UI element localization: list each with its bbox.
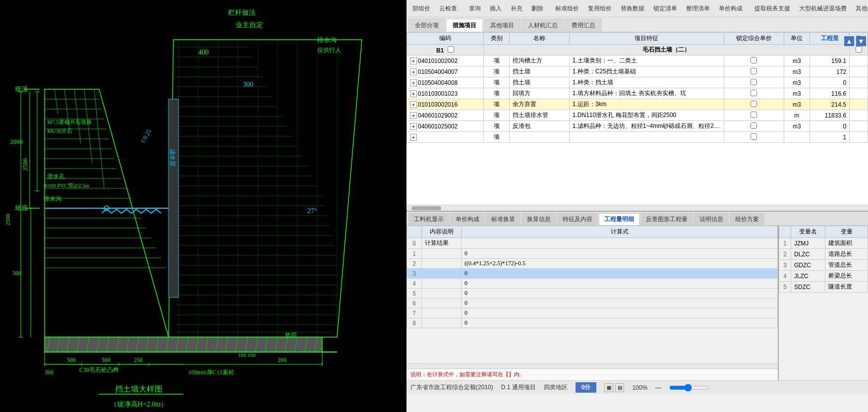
toolbar-btn-cloud-check[interactable]: 云检查	[435, 3, 461, 14]
expand-btn[interactable]: +	[410, 112, 417, 119]
nav-up-btn[interactable]: ▲	[844, 36, 854, 46]
formula-input[interactable]	[464, 250, 774, 257]
expand-btn[interactable]: +	[410, 58, 417, 64]
formula-input[interactable]	[464, 299, 774, 307]
formula-row-formula[interactable]	[462, 249, 778, 259]
toolbar-btn-large-machine[interactable]: 大型机械进退场费	[795, 3, 851, 14]
toolbar-btn-reuse-price[interactable]: 复用组价	[584, 3, 616, 14]
formula-row[interactable]: 4	[407, 279, 778, 289]
formula-input[interactable]	[464, 280, 774, 287]
data-table-wrap[interactable]: 编码 类别 名称 项目特征 锁定综合单价 单位 工程里 单 B1	[406, 32, 868, 205]
toolbar-btn-delete[interactable]: 删除	[527, 3, 547, 14]
expand-btn[interactable]: +	[410, 101, 417, 108]
row-locked[interactable]	[724, 121, 784, 132]
row-lock-checkbox[interactable]	[751, 90, 757, 96]
btab-calc-info[interactable]: 换算信息	[521, 213, 556, 225]
btab-reverse-check[interactable]: 反查图形工程量	[640, 213, 693, 225]
expand-btn[interactable]: +	[410, 123, 417, 130]
row-lock-checkbox[interactable]	[751, 101, 757, 107]
tab-other-items[interactable]: 其他项目	[484, 19, 521, 32]
formula-table-wrap[interactable]: 内容说明 计算式 0 计算结果 1 2 3	[406, 226, 778, 363]
formula-row[interactable]: 5	[407, 289, 778, 298]
h-scrollbar-thumb[interactable]	[411, 206, 441, 210]
row-lock-checkbox[interactable]	[751, 122, 757, 129]
nav-down-btn[interactable]: ▼	[856, 36, 866, 46]
table-row[interactable]: +040601025002 项 反渣包 1.滤料品种：无边坊、粒径1~4mm砂砾…	[407, 121, 868, 132]
expand-btn[interactable]: +	[410, 68, 417, 75]
expand-btn[interactable]: +	[410, 79, 417, 86]
formula-row-formula[interactable]	[462, 269, 778, 279]
table-row[interactable]: +040101002002 项 挖沟槽土方 1.土壤类别：一、二类土 m3 15…	[407, 56, 868, 66]
formula-input[interactable]	[464, 309, 774, 317]
table-row[interactable]: +010103001023 项 回填方 1.填方材料品种：回填土 夯实机夯实槽、…	[407, 88, 868, 99]
tab-measures[interactable]: 措施项目	[446, 19, 483, 32]
toolbar-btn-group-price[interactable]: 部组价	[408, 3, 434, 14]
status-icon-cols[interactable]: ▤	[615, 383, 624, 392]
formula-input[interactable]	[464, 260, 774, 267]
row-lock-checkbox[interactable]	[751, 57, 757, 63]
row-locked[interactable]	[724, 110, 784, 121]
btab-work-material[interactable]: 工料机显示	[408, 213, 449, 225]
toolbar-btn-organize-list[interactable]: 整理清单	[682, 3, 714, 14]
toolbar-btn-query[interactable]: 查询	[465, 3, 485, 14]
formula-row-formula[interactable]	[462, 298, 778, 308]
expand-btn[interactable]: +	[410, 90, 417, 97]
formula-input[interactable]	[464, 319, 774, 327]
group-checkbox[interactable]	[448, 46, 454, 53]
row-lock-checkbox[interactable]	[751, 112, 757, 118]
tab-labor-material[interactable]: 人材机汇总	[521, 19, 564, 32]
formula-row[interactable]: 6	[407, 298, 778, 308]
variable-table-wrap[interactable]: 变量名 变量 1 JZMJ 建筑面积 2 DLZC 道路总长 3 GDZC 管道…	[779, 226, 868, 380]
toolbar-btn-lock-list[interactable]: 锁定清单	[649, 3, 681, 14]
formula-row[interactable]: 8	[407, 318, 778, 328]
h-scrollbar[interactable]	[406, 205, 868, 211]
formula-row-formula[interactable]	[462, 289, 778, 298]
formula-row[interactable]: 2	[407, 259, 778, 269]
formula-input[interactable]	[464, 239, 774, 247]
tab-all-items[interactable]: 全部分项	[408, 19, 445, 32]
toolbar-btn-supplement[interactable]: 补充	[507, 3, 526, 14]
formula-scroll[interactable]	[406, 363, 778, 368]
expand-btn[interactable]: +	[410, 134, 417, 141]
row-locked[interactable]	[724, 88, 784, 99]
status-icon-grid[interactable]: ▦	[604, 383, 613, 392]
status-zoom-minus[interactable]: —	[655, 384, 661, 391]
zoom-slider[interactable]	[669, 384, 709, 392]
btab-standard-calc[interactable]: 标准换算	[486, 213, 521, 225]
formula-row[interactable]: 1	[407, 249, 778, 259]
toolbar-btn-tax-support[interactable]: 提取税务支援	[751, 3, 794, 14]
table-row[interactable]: +010103002016 项 余方弃置 1.运距：3km m3 214.5	[407, 99, 868, 110]
formula-row[interactable]: 0 计算结果	[407, 238, 778, 249]
row-lock-checkbox[interactable]	[751, 68, 757, 74]
formula-row-formula[interactable]	[462, 279, 778, 289]
row-locked[interactable]	[724, 77, 784, 88]
formula-row[interactable]: 7	[407, 308, 778, 318]
table-row[interactable]: + 项 1	[407, 132, 868, 143]
row-locked[interactable]	[724, 66, 784, 77]
btab-features[interactable]: 特征及内容	[557, 213, 598, 225]
row-locked[interactable]	[724, 132, 784, 143]
formula-input[interactable]	[464, 290, 774, 297]
toolbar-btn-unit-price[interactable]: 单价构成	[715, 3, 747, 14]
toolbar-btn-standard-price[interactable]: 标准组价	[551, 3, 583, 14]
btab-price-plan[interactable]: 组价方案	[730, 213, 764, 225]
toolbar-btn-replace-data[interactable]: 替换数据	[617, 3, 648, 14]
toolbar-btn-other[interactable]: 其他	[852, 3, 868, 14]
row-locked[interactable]	[724, 56, 784, 66]
table-row[interactable]: +040601029002 项 挡土墙排水管 1.DN110泄水孔 梅花型布置，…	[407, 110, 868, 121]
toolbar-btn-insert[interactable]: 插入	[486, 3, 506, 14]
formula-input[interactable]	[464, 270, 774, 277]
formula-row-formula[interactable]	[462, 238, 778, 249]
row-lock-checkbox[interactable]	[751, 79, 757, 85]
table-row[interactable]: +010504004007 项 挡土墙 1.种类：C25挡土墙基础 m3 172	[407, 66, 868, 77]
group-lock-checkbox[interactable]	[856, 46, 862, 53]
row-lock-checkbox[interactable]	[751, 133, 757, 140]
btab-unit-price[interactable]: 单价构成	[450, 213, 485, 225]
formula-row-formula[interactable]	[462, 318, 778, 328]
formula-row-formula[interactable]	[462, 308, 778, 318]
row-locked[interactable]	[724, 99, 784, 110]
btab-qty-detail[interactable]: 工程量明细	[599, 213, 639, 225]
formula-row-formula[interactable]	[462, 259, 778, 269]
btab-description[interactable]: 说明信息	[694, 213, 729, 225]
tab-cost-summary[interactable]: 费用汇总	[565, 19, 602, 32]
